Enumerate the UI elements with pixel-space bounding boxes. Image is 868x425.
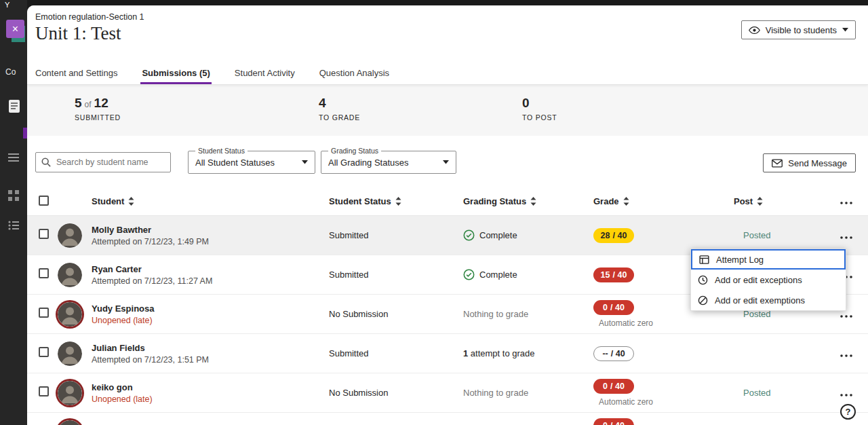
student-status: No Submission (329, 309, 463, 319)
grading-status-select[interactable]: Grading Status All Grading Statuses (321, 151, 456, 174)
student-name[interactable]: Ryan Carter (92, 264, 212, 274)
attempt-info: Unopened (late) (92, 316, 154, 325)
grade-pill[interactable]: 0/ 40 (593, 379, 634, 394)
grade-pill[interactable]: 15/ 40 (593, 267, 634, 282)
row-checkbox[interactable] (39, 308, 49, 318)
tab-student-activity[interactable]: Student Activity (233, 61, 296, 84)
student-status: Submitted (329, 230, 463, 240)
grade-pill[interactable]: 28/ 40 (593, 228, 634, 243)
tab-bar: Content and Settings Submissions (5) Stu… (27, 61, 868, 85)
col-header-label: Grading Status (463, 196, 526, 206)
tab-content-and-settings[interactable]: Content and Settings (34, 61, 119, 84)
block-icon (698, 295, 708, 306)
student-name[interactable]: Julian Fields (92, 343, 209, 353)
rail-text-fragment-top: Y (5, 1, 9, 9)
table-row: 0/ 40 Automatic zero (27, 413, 868, 425)
stat-submitted-label: SUBMITTED (75, 113, 121, 122)
table-row: Julian Fields Attempted on 7/12/23, 1:51… (27, 334, 868, 373)
sort-icon (530, 197, 536, 206)
sort-icon (623, 197, 629, 206)
row-checkbox[interactable] (39, 268, 49, 278)
tab-question-analysis[interactable]: Question Analysis (318, 61, 391, 84)
menu-item-label: Attempt Log (716, 255, 764, 265)
row-menu-button[interactable] (839, 235, 854, 240)
stat-submitted: 5of12 SUBMITTED (75, 96, 121, 122)
select-all-checkbox[interactable] (39, 196, 49, 206)
menu-item-add-exemptions[interactable]: Add or edit exemptions (691, 290, 846, 310)
complete-check-icon (463, 229, 475, 241)
visibility-dropdown-button[interactable]: Visible to students (741, 20, 856, 39)
attempt-log-icon (699, 255, 709, 265)
avatar (58, 381, 82, 405)
menu-item-attempt-log[interactable]: Attempt Log (691, 249, 846, 270)
search-input[interactable] (55, 157, 165, 168)
student-name[interactable]: Yudy Espinosa (92, 303, 154, 314)
stat-to-post-label: TO POST (522, 113, 557, 122)
grading-status: 1 attempt to grade (463, 348, 593, 358)
grading-status-select-label: Grading Status (328, 147, 381, 155)
row-context-menu: Attempt Log Add or edit exceptions Add o… (690, 248, 846, 311)
student-status-select-label: Student Status (195, 147, 248, 155)
grade-pill[interactable]: --/ 40 (593, 346, 634, 361)
chevron-down-icon (302, 160, 308, 164)
row-menu-button[interactable] (839, 353, 854, 358)
stats-bar: 5of12 SUBMITTED 4 TO GRADE 0 TO POST (27, 85, 868, 136)
menu-item-label: Add or edit exemptions (715, 295, 805, 306)
help-button[interactable]: ? (840, 404, 856, 420)
grade-pill[interactable]: 0/ 40 (593, 300, 634, 315)
send-message-button[interactable]: Send Message (763, 153, 856, 172)
col-header-student-status[interactable]: Student Status (329, 196, 463, 206)
col-header-student[interactable]: Student (58, 196, 329, 206)
table-header-menu-button[interactable] (839, 200, 854, 206)
stat-to-grade: 4 TO GRADE (319, 96, 360, 122)
stat-to-post: 0 TO POST (522, 96, 557, 122)
student-status: Submitted (329, 270, 463, 280)
row-checkbox[interactable] (39, 347, 49, 357)
menu-item-label: Add or edit exceptions (715, 275, 802, 285)
close-icon: × (12, 24, 18, 35)
student-status: No Submission (329, 388, 463, 398)
student-status-select[interactable]: Student Status All Student Statuses (188, 151, 315, 174)
filter-bar: Student Status All Student Statuses Grad… (27, 136, 868, 187)
grade-note: Automatic zero (599, 397, 653, 407)
grid-icon (8, 190, 19, 204)
search-icon (41, 158, 51, 167)
attempt-info: Attempted on 7/12/23, 11:27 AM (92, 276, 212, 286)
chevron-down-icon (842, 28, 848, 32)
row-checkbox[interactable] (39, 386, 49, 396)
menu-lines-icon (8, 153, 19, 165)
sort-icon (395, 197, 401, 206)
col-header-label: Student (92, 196, 124, 206)
col-header-grade[interactable]: Grade (593, 196, 734, 206)
row-menu-button[interactable] (839, 314, 854, 319)
avatar (58, 302, 82, 327)
student-name[interactable]: keiko gon (92, 382, 153, 392)
stat-to-grade-count: 4 (319, 96, 326, 110)
col-header-post[interactable]: Post (734, 196, 839, 206)
row-checkbox[interactable] (39, 229, 49, 239)
sort-icon (757, 197, 763, 206)
stat-submitted-total: 12 (94, 96, 108, 110)
avatar (58, 341, 82, 366)
chevron-down-icon (443, 160, 449, 164)
student-name[interactable]: Molly Bawther (92, 225, 209, 235)
panel-close-button[interactable]: × (6, 20, 24, 38)
ellipsis-icon (840, 202, 852, 204)
student-search (35, 152, 171, 172)
menu-item-add-exceptions[interactable]: Add or edit exceptions (691, 270, 846, 290)
eye-icon (749, 26, 760, 35)
complete-check-icon (463, 269, 475, 280)
avatar (58, 223, 82, 248)
row-menu-button[interactable] (839, 392, 854, 398)
col-header-grading-status[interactable]: Grading Status (463, 196, 593, 206)
tab-submissions[interactable]: Submissions (5) (140, 61, 211, 84)
post-status: Posted (734, 230, 839, 240)
grade-pill[interactable]: 0/ 40 (593, 418, 634, 425)
panel-header: Emotion regulation-Section 1 Unit 1: Tes… (27, 5, 868, 61)
grade-note: Automatic zero (599, 318, 653, 328)
rail-text-fragment-co: Co (5, 67, 16, 77)
stat-to-post-count: 0 (522, 96, 530, 110)
breadcrumb[interactable]: Emotion regulation-Section 1 (35, 12, 144, 22)
document-icon (8, 99, 20, 116)
attempt-info: Attempted on 7/12/23, 1:49 PM (92, 237, 209, 246)
